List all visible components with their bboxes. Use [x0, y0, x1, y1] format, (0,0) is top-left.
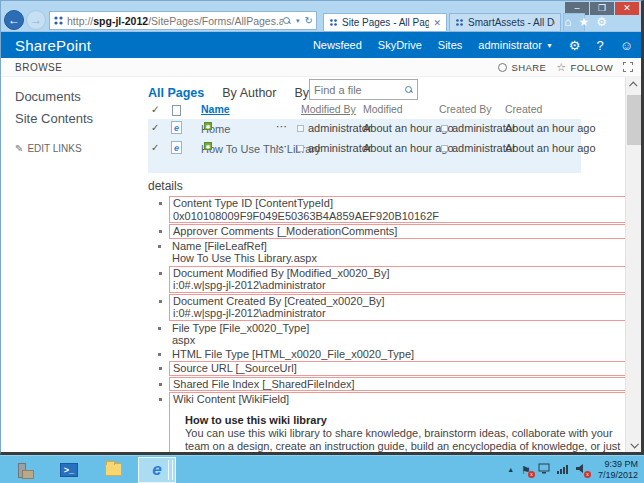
created-value: About an hour ago [505, 142, 596, 154]
forward-button[interactable]: → [26, 10, 46, 30]
suite-bar: SharePoint Newsfeed SkyDrive Sites admin… [1, 32, 641, 58]
tray-expand-icon[interactable]: ▲ [507, 466, 514, 473]
tab-close-icon[interactable]: ✕ [433, 18, 441, 28]
settings-gear-icon[interactable]: ⚙ [569, 38, 581, 53]
powershell-button[interactable]: >_ [50, 457, 88, 483]
detail-field-label: Source URL [_SourceUrl] [173, 362, 622, 375]
find-file-searchbox[interactable] [309, 79, 418, 100]
edit-links-button[interactable]: ✎EDIT LINKS [15, 143, 82, 154]
modified-value: About an hour ago [363, 142, 454, 154]
details-webpart-title: details [148, 179, 183, 193]
network-icon[interactable] [557, 464, 568, 476]
tab-smartassets[interactable]: SmartAssets - All Documents [449, 13, 561, 32]
select-all-checkmark-icon[interactable]: ✓ [151, 103, 160, 115]
file-explorer-button[interactable] [94, 457, 132, 483]
muted-badge: x [584, 471, 591, 478]
close-button[interactable]: ✕ [615, 2, 639, 15]
internet-explorer-icon: e [152, 461, 161, 478]
scrollbar-thumb[interactable] [627, 95, 641, 145]
presence-indicator [441, 145, 448, 152]
server-status-icon[interactable] [538, 463, 550, 476]
taskbar-clock[interactable]: 9:39 PM 7/19/2012 [594, 459, 638, 481]
detail-field-label: Shared File Index [_SharedFileIndex] [173, 378, 622, 391]
internet-explorer-button[interactable]: e [138, 457, 176, 483]
scroll-down-button[interactable] [626, 437, 641, 452]
back-button[interactable]: ← [4, 10, 24, 30]
item-menu-ellipsis[interactable]: ⋯ [276, 120, 288, 133]
column-header-modified[interactable]: Modified [363, 103, 403, 115]
sidebar-item[interactable]: Site Contents [15, 111, 93, 126]
column-header-name[interactable]: Name [201, 103, 230, 115]
search-icon[interactable] [405, 86, 413, 94]
refresh-icon[interactable]: ↻ [305, 15, 313, 26]
detail-field-label: Content Type ID [ContentTypeId] [173, 197, 622, 210]
server-manager-button[interactable] [6, 457, 44, 483]
detail-field-value: i:0#.w|spg-jl-2012\administrator [173, 307, 622, 320]
tools-gear-icon[interactable]: ⚙ [596, 14, 607, 30]
tab-site-pages[interactable]: Site Pages - All Pages ✕ [323, 13, 447, 32]
suite-link[interactable]: SkyDrive [378, 39, 422, 51]
tab-bar: Site Pages - All Pages ✕ SmartAssets - A… [323, 13, 585, 32]
column-header-created[interactable]: Created [505, 103, 542, 115]
user-menu[interactable]: administrator ▼ [478, 39, 553, 51]
sharepoint-brand: SharePoint [15, 37, 91, 54]
table-row[interactable]: ✓ e Home✱ ⋯ administrator About an hour … [148, 119, 581, 139]
view-tab[interactable]: By Author [222, 86, 276, 100]
vertical-scrollbar[interactable] [625, 77, 641, 452]
item-menu-ellipsis[interactable]: ⋯ [276, 140, 288, 153]
detail-field-label: Name [FileLeafRef] [172, 240, 623, 253]
column-header-modified-by[interactable]: Modified By [301, 103, 356, 115]
table-row[interactable]: ✓ e How To Use This Library✱ ⋯ administr… [148, 139, 581, 173]
tab-favicon [455, 18, 464, 27]
detail-field-label: HTML File Type [HTML_x0020_File_x0020_Ty… [172, 348, 623, 361]
detail-field: File Type [File_x0020_Type] aspx [169, 322, 626, 347]
column-header-created-by[interactable]: Created By [439, 103, 492, 115]
focus-on-content-icon[interactable] [623, 62, 633, 72]
url-text[interactable]: http://spg-jl-2012/SitePages/Forms/AllPa… [67, 15, 283, 27]
detail-field: Document Modified By [Modified_x0020_By]… [169, 266, 626, 293]
autocomplete-caret-icon[interactable]: ▾ [296, 17, 300, 25]
row-checkmark-icon[interactable]: ✓ [151, 122, 159, 133]
created-value: About an hour ago [505, 122, 596, 134]
detail-field-label: Wiki Content [WikiField] [173, 393, 622, 406]
presence-indicator [297, 145, 304, 152]
detail-field: Approver Comments [_ModerationComments] [169, 224, 626, 239]
detail-field-label: Approver Comments [_ModerationComments] [173, 225, 622, 238]
suite-link[interactable]: Newsfeed [313, 39, 362, 51]
address-bar[interactable]: http://spg-jl-2012/SitePages/Forms/AllPa… [49, 11, 317, 30]
home-icon[interactable]: ⌂ [564, 14, 571, 30]
clock-time: 9:39 PM [598, 459, 638, 470]
scroll-up-button[interactable] [626, 77, 641, 92]
powershell-icon: >_ [60, 463, 78, 477]
volume-icon[interactable]: x [575, 463, 587, 476]
detail-field: Document Created By [Created_x0020_By] i… [169, 294, 626, 321]
tab-browse[interactable]: BROWSE [15, 62, 62, 73]
folder-icon [105, 463, 122, 476]
follow-button[interactable]: FOLLOW [570, 62, 613, 73]
detail-field-label: File Type [File_x0020_Type] [172, 322, 623, 335]
tab-favicon [329, 18, 338, 27]
search-input[interactable] [314, 84, 405, 96]
view-tab[interactable]: All Pages [148, 86, 204, 100]
favorites-star-icon[interactable]: ★ [578, 14, 589, 30]
error-badge: x [528, 471, 535, 478]
sidebar-item[interactable]: Documents [15, 89, 81, 104]
modified-value: About an hour ago [363, 122, 454, 134]
clock-date: 7/19/2012 [598, 470, 638, 481]
detail-field: Content Type ID [ContentTypeId] 0x010108… [169, 196, 626, 223]
share-button[interactable]: SHARE [511, 62, 546, 73]
new-item-badge: ✱ [204, 142, 212, 150]
feedback-smiley-icon[interactable]: ☺ [620, 38, 633, 53]
row-checkmark-icon[interactable]: ✓ [151, 142, 159, 153]
suite-link[interactable]: Sites [438, 39, 462, 51]
pencil-icon: ✎ [15, 143, 23, 154]
detail-field: Source URL [_SourceUrl] [169, 361, 626, 376]
help-icon[interactable]: ? [596, 38, 603, 53]
search-icon[interactable] [283, 17, 291, 25]
follow-star-icon: ☆ [556, 61, 566, 74]
taskbar: >_ e ▲ ⚑x x 9:39 PM 7/19/2012 [0, 455, 644, 483]
action-center-flag-icon[interactable]: ⚑x [521, 464, 531, 476]
chevron-down-icon: ▼ [546, 42, 553, 49]
browser-chrome: – ❐ ✕ ← → http://spg-jl-2012/SitePages/F… [1, 1, 641, 32]
new-item-badge: ✱ [204, 122, 212, 130]
